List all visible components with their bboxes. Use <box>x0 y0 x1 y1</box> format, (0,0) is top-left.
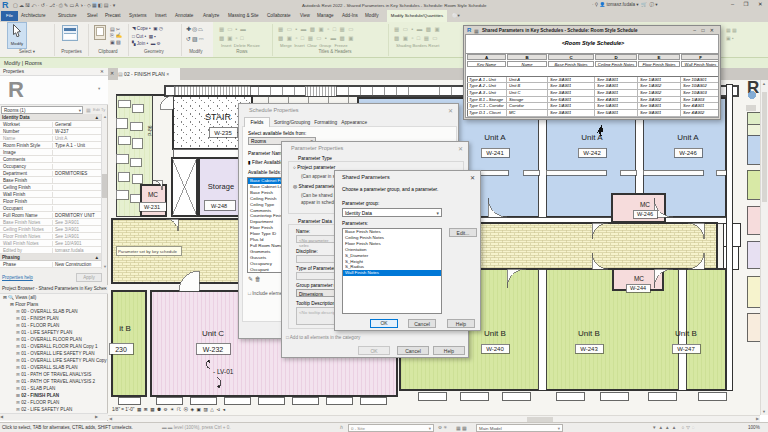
svg-text:W-247: W-247 <box>677 346 695 352</box>
svg-text:Unit A: Unit A <box>484 133 506 142</box>
svg-text:MC: MC <box>148 191 158 198</box>
svg-text:W-244: W-244 <box>630 285 646 291</box>
svg-text:W-243: W-243 <box>580 346 598 352</box>
svg-text:W-240: W-240 <box>486 346 504 352</box>
svg-text:W-235: W-235 <box>214 130 232 136</box>
svg-text:W-248: W-248 <box>211 203 227 209</box>
svg-text:it B: it B <box>119 324 131 333</box>
svg-text:Unit B: Unit B <box>484 329 506 338</box>
svg-text:MC: MC <box>634 275 644 282</box>
svg-text:W-241: W-241 <box>486 150 504 156</box>
svg-text:Unit B: Unit B <box>675 329 697 338</box>
svg-text:230: 230 <box>115 346 127 353</box>
svg-text:W-231: W-231 <box>144 204 160 210</box>
svg-text:STAIR: STAIR <box>205 112 231 122</box>
svg-text:W-232: W-232 <box>203 346 224 353</box>
svg-text:W-242: W-242 <box>583 150 601 156</box>
svg-text:Unit B: Unit B <box>578 329 600 338</box>
svg-text:Unit C: Unit C <box>202 329 224 338</box>
svg-text:- LV-01: - LV-01 <box>213 368 234 375</box>
svg-text:W-246: W-246 <box>637 211 653 217</box>
svg-text:W-246: W-246 <box>679 150 697 156</box>
svg-text:Storage: Storage <box>208 182 234 191</box>
svg-text:Unit A: Unit A <box>677 133 699 142</box>
svg-text:P-86: P-86 <box>147 125 153 136</box>
svg-text:MC: MC <box>640 201 650 208</box>
